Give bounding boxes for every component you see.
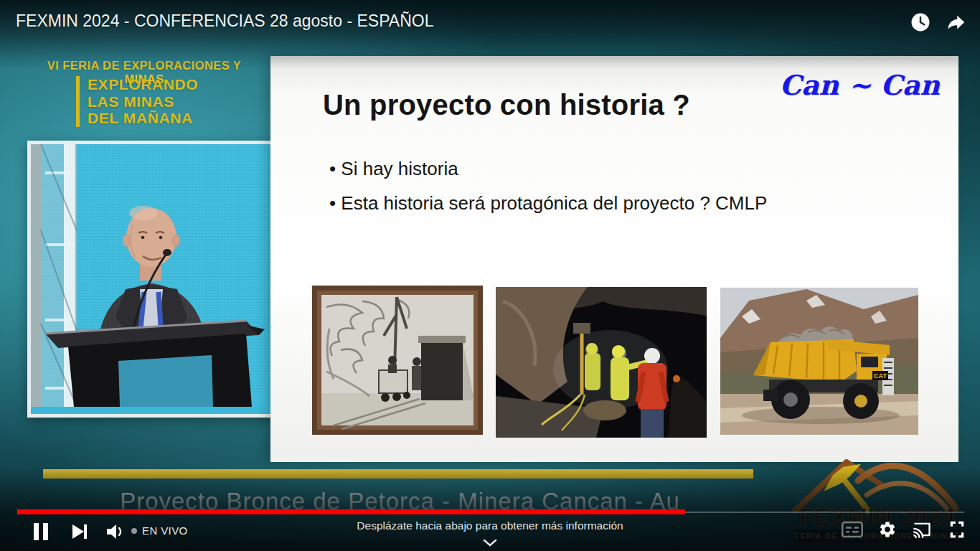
pause-icon [32,522,50,542]
scroll-down-button[interactable] [483,537,497,544]
settings-button[interactable] [878,520,897,542]
player-controls: EN VIVO Desplázate hacia abajo para obte… [0,515,980,551]
presentation-slide: Un proyecto con historia ? Can ~ Can Si … [270,56,958,462]
mute-button[interactable] [104,522,126,542]
subtitles-icon [842,521,863,538]
share-button[interactable] [944,11,969,36]
speaker-illustration [31,144,268,407]
slide-bullet: Si hay historia [329,158,767,180]
fullscreen-icon [947,520,967,539]
cast-button[interactable] [912,521,932,541]
progress-played [17,509,685,514]
slide-title: Un proyecto con historia ? [323,89,690,121]
truck-brand-label: CAT [874,372,887,380]
top-gradient-overlay: FEXMIN 2024 - CONFERENCIAS 28 agosto - E… [0,0,980,69]
clock-icon [910,11,931,33]
cancan-logo: Can ~ Can [780,69,940,101]
pause-button[interactable] [32,522,50,542]
live-badge[interactable]: EN VIVO [131,524,188,537]
haul-truck-photo: CAT [720,288,918,435]
video-player: VI FERIA DE EXPLORACIONES Y MINAS EXPLOR… [0,0,980,551]
chevron-down-icon [483,540,497,547]
next-icon [70,522,90,542]
historic-mine-photo [312,286,483,435]
watch-later-button[interactable] [910,11,934,36]
slogan-line-1: EXPLORANDO [88,76,198,93]
gear-icon [878,520,897,539]
speaker-photo [27,141,278,418]
cast-icon [912,521,932,538]
share-arrow-icon [944,11,969,33]
slogan-line-3: DEL MAÑANA [88,110,198,127]
slide-bullet: Esta historia será protagónica del proye… [329,192,767,215]
seek-bar[interactable] [17,511,964,514]
underground-mine-photo [496,287,707,438]
video-title: FEXMIN 2024 - CONFERENCIAS 28 agosto - E… [16,11,433,31]
next-button[interactable] [70,522,90,542]
live-label: EN VIVO [142,524,188,537]
subtitles-button[interactable] [842,521,863,541]
volume-icon [104,522,126,542]
fullscreen-button[interactable] [947,520,967,542]
slide-bullet-list: Si hay historia Esta historia será prota… [329,158,767,227]
event-slogan: EXPLORANDO LAS MINAS DEL MAÑANA [76,76,198,127]
live-dot-icon [131,528,137,534]
slogan-line-2: LAS MINAS [88,93,198,110]
